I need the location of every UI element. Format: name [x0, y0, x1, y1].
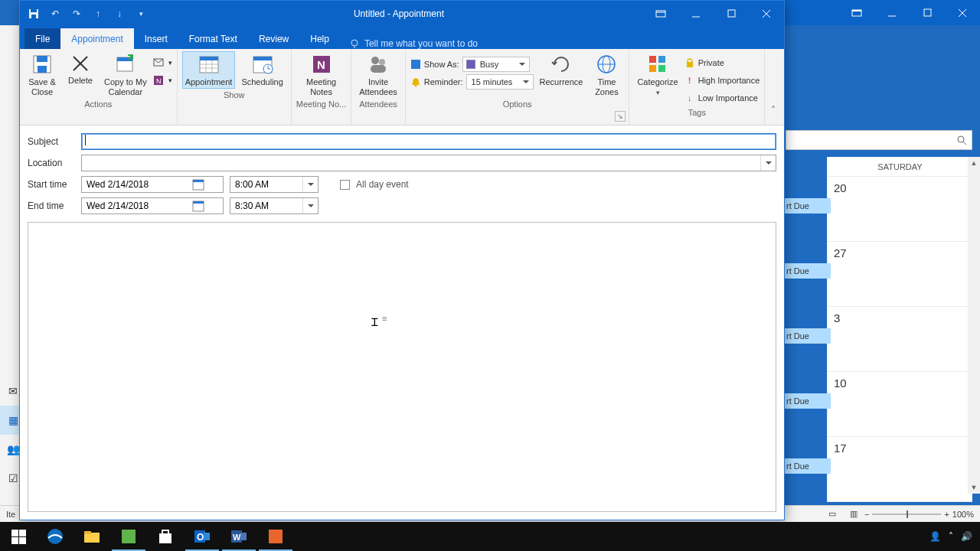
tell-me-search[interactable]: Tell me what you want to do: [340, 38, 478, 49]
calendar-event[interactable]: rt Due: [785, 198, 831, 214]
tab-insert[interactable]: Insert: [134, 28, 178, 49]
high-importance-button[interactable]: !High Importance: [684, 72, 760, 89]
parent-maximize-button[interactable]: [910, 0, 945, 25]
taskbar-word[interactable]: W: [220, 522, 257, 551]
categorize-button[interactable]: Categorize ▾: [634, 51, 681, 98]
calendar-event[interactable]: rt Due: [785, 263, 831, 279]
tab-review[interactable]: Review: [248, 28, 299, 49]
calendar-picker-icon[interactable]: [192, 178, 206, 192]
delete-button[interactable]: Delete: [63, 51, 98, 87]
tab-help[interactable]: Help: [299, 28, 340, 49]
svg-text:N: N: [317, 58, 325, 71]
view-normal-icon[interactable]: ▭: [822, 507, 843, 522]
taskbar-file-explorer[interactable]: [74, 522, 110, 551]
chevron-down-icon[interactable]: [760, 155, 776, 171]
recurrence-button[interactable]: Recurrence: [537, 51, 586, 89]
options-dialog-launcher[interactable]: ↘: [615, 111, 626, 122]
meeting-notes-button[interactable]: N Meeting Notes: [303, 51, 339, 98]
time-zones-button[interactable]: Time Zones: [589, 51, 624, 98]
prev-item-icon[interactable]: ↑: [89, 5, 107, 23]
zoom-in-button[interactable]: +: [944, 510, 949, 519]
svg-rect-70: [240, 533, 247, 540]
chevron-down-icon[interactable]: [302, 177, 318, 192]
start-time-picker[interactable]: 8:00 AM: [230, 176, 318, 193]
parent-ribbon-display-icon[interactable]: [839, 0, 874, 25]
calendar-cell[interactable]: 10: [827, 372, 972, 437]
calendar-event[interactable]: rt Due: [785, 458, 831, 474]
end-time-label: End time: [28, 201, 75, 211]
delete-icon: [70, 53, 91, 74]
parent-minimize-button[interactable]: [874, 0, 910, 25]
tray-volume-icon[interactable]: 🔊: [961, 531, 972, 542]
subject-input[interactable]: [81, 133, 776, 150]
private-button[interactable]: Private: [684, 54, 760, 71]
tab-appointment[interactable]: Appointment: [60, 28, 133, 49]
reminder-dropdown[interactable]: 15 minutes: [466, 74, 534, 90]
collapse-ribbon-button[interactable]: ˄: [766, 103, 781, 118]
low-importance-button[interactable]: ↓Low Importance: [684, 90, 760, 106]
undo-icon[interactable]: ↶: [46, 5, 64, 23]
maximize-button[interactable]: [714, 1, 749, 26]
start-date-picker[interactable]: Wed 2/14/2018: [81, 176, 224, 193]
invite-attendees-button[interactable]: Invite Attendees: [356, 51, 400, 98]
lightbulb-icon: [349, 38, 360, 49]
scroll-up-icon[interactable]: ▲: [968, 157, 980, 169]
calendar-event[interactable]: rt Due: [785, 328, 831, 344]
taskbar-edge[interactable]: [37, 522, 74, 551]
calendar-cell[interactable]: 3: [827, 307, 972, 372]
end-date-picker[interactable]: Wed 2/14/2018: [81, 197, 224, 214]
view-reading-icon[interactable]: ▥: [843, 507, 864, 522]
taskbar-store[interactable]: [147, 522, 184, 551]
tray-chevron-up-icon[interactable]: ˄: [949, 531, 953, 542]
calendar-day-header: SATURDAY: [827, 157, 972, 177]
zoom-slider[interactable]: [872, 514, 941, 515]
all-day-checkbox[interactable]: [340, 180, 350, 190]
scroll-down-icon[interactable]: ▼: [968, 481, 980, 494]
subject-label: Subject: [28, 136, 75, 147]
zoom-out-button[interactable]: −: [864, 510, 869, 519]
parent-window-controls: [781, 0, 980, 25]
appointment-body-editor[interactable]: Ꮖ ≡: [28, 222, 776, 512]
end-time-picker[interactable]: 8:30 AM: [230, 197, 318, 214]
next-item-icon[interactable]: ↓: [110, 5, 129, 23]
svg-rect-36: [253, 57, 272, 60]
location-input[interactable]: [81, 155, 776, 171]
tab-format-text[interactable]: Format Text: [178, 28, 248, 49]
svg-rect-9: [31, 9, 37, 12]
calendar-search-box[interactable]: [786, 130, 972, 150]
save-close-button[interactable]: Save & Close: [24, 51, 60, 98]
redo-icon[interactable]: ↷: [67, 5, 86, 23]
calendar-cell[interactable]: 20: [827, 177, 972, 242]
ribbon-display-options-button[interactable]: [643, 1, 678, 26]
forward-icon: [153, 57, 165, 69]
svg-text:N: N: [156, 77, 162, 85]
calendar-cell[interactable]: 27: [827, 242, 972, 307]
appointment-view-button[interactable]: Appointment: [182, 51, 236, 89]
tab-file[interactable]: File: [24, 28, 60, 49]
taskbar-app-orange[interactable]: [257, 522, 294, 551]
calendar-event[interactable]: rt Due: [785, 393, 831, 409]
show-as-dropdown[interactable]: Busy: [462, 57, 530, 72]
copy-to-calendar-button[interactable]: Copy to My Calendar: [101, 51, 150, 98]
minimize-button[interactable]: [678, 1, 714, 26]
tray-people-icon[interactable]: 👤: [929, 531, 941, 542]
start-button[interactable]: [0, 522, 37, 551]
scheduling-button[interactable]: Scheduling: [238, 51, 286, 89]
save-icon[interactable]: [24, 5, 43, 23]
close-button[interactable]: [749, 1, 784, 26]
parent-close-button[interactable]: [945, 0, 980, 25]
chevron-down-icon[interactable]: [302, 198, 318, 214]
svg-point-43: [379, 59, 385, 65]
onenote-small-button[interactable]: N▾: [153, 72, 172, 89]
svg-rect-21: [38, 66, 47, 73]
taskbar-outlook[interactable]: O: [184, 522, 220, 551]
svg-rect-1: [852, 10, 861, 11]
calendar-picker-icon[interactable]: [192, 200, 206, 214]
qat-customize-icon[interactable]: ▾: [132, 5, 150, 23]
calendar-scrollbar[interactable]: ▲ ▼: [968, 157, 980, 494]
calendar-cell[interactable]: 17: [827, 437, 972, 502]
title-bar[interactable]: ↶ ↷ ↑ ↓ ▾ Untitled - Appointment: [20, 1, 784, 26]
taskbar-app-green[interactable]: [110, 522, 147, 551]
forward-button[interactable]: ▾: [153, 54, 172, 71]
svg-rect-3: [924, 9, 931, 16]
